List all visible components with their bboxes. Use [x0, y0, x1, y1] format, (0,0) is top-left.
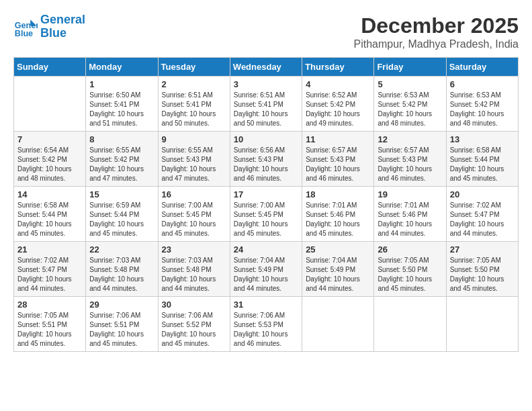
day-cell: 22Sunrise: 7:03 AMSunset: 5:48 PMDayligh… [86, 242, 158, 297]
day-cell: 20Sunrise: 7:02 AMSunset: 5:47 PMDayligh… [446, 187, 518, 242]
day-number: 9 [162, 134, 226, 144]
day-number: 23 [162, 244, 226, 255]
day-cell: 7Sunrise: 6:54 AMSunset: 5:42 PMDaylight… [14, 132, 86, 187]
day-info: Sunrise: 6:58 AMSunset: 5:44 PMDaylight:… [450, 146, 515, 183]
day-number: 14 [17, 189, 82, 199]
logo-line1: General [40, 13, 85, 27]
day-cell [446, 297, 518, 352]
day-info: Sunrise: 7:06 AMSunset: 5:53 PMDaylight:… [234, 311, 298, 349]
header-tuesday: Tuesday [158, 58, 230, 77]
day-cell: 24Sunrise: 7:04 AMSunset: 5:49 PMDayligh… [230, 242, 302, 297]
header-wednesday: Wednesday [230, 58, 302, 77]
day-cell: 19Sunrise: 7:01 AMSunset: 5:46 PMDayligh… [374, 187, 446, 242]
day-info: Sunrise: 7:03 AMSunset: 5:48 PMDaylight:… [89, 256, 154, 293]
day-number: 22 [89, 244, 154, 255]
day-number: 5 [378, 79, 442, 89]
day-number: 7 [17, 134, 82, 144]
day-number: 4 [306, 79, 370, 89]
day-number: 30 [162, 300, 226, 310]
day-cell: 2Sunrise: 6:51 AMSunset: 5:41 PMDaylight… [158, 77, 230, 132]
day-info: Sunrise: 6:59 AMSunset: 5:44 PMDaylight:… [89, 201, 154, 238]
day-cell: 29Sunrise: 7:06 AMSunset: 5:51 PMDayligh… [86, 297, 158, 352]
day-number: 29 [89, 300, 154, 310]
day-number: 11 [306, 134, 370, 144]
day-cell: 21Sunrise: 7:02 AMSunset: 5:47 PMDayligh… [14, 242, 86, 297]
day-cell: 28Sunrise: 7:05 AMSunset: 5:51 PMDayligh… [14, 297, 86, 352]
day-info: Sunrise: 7:02 AMSunset: 5:47 PMDaylight:… [450, 201, 515, 238]
day-number: 18 [306, 189, 370, 199]
day-cell: 11Sunrise: 6:57 AMSunset: 5:43 PMDayligh… [302, 132, 374, 187]
day-info: Sunrise: 7:05 AMSunset: 5:50 PMDaylight:… [378, 256, 442, 293]
day-info: Sunrise: 6:55 AMSunset: 5:43 PMDaylight:… [162, 146, 226, 183]
month-title: December 2025 [354, 13, 519, 38]
logo: General Blue General Blue [13, 13, 85, 40]
logo-line2: Blue [40, 27, 85, 40]
day-info: Sunrise: 7:06 AMSunset: 5:52 PMDaylight:… [162, 311, 226, 349]
day-info: Sunrise: 6:53 AMSunset: 5:42 PMDaylight:… [450, 91, 515, 128]
day-info: Sunrise: 7:04 AMSunset: 5:49 PMDaylight:… [306, 256, 370, 293]
day-cell: 31Sunrise: 7:06 AMSunset: 5:53 PMDayligh… [230, 297, 302, 352]
calendar-table: SundayMondayTuesdayWednesdayThursdayFrid… [13, 57, 519, 352]
week-row-3: 14Sunrise: 6:58 AMSunset: 5:44 PMDayligh… [14, 187, 519, 242]
day-cell: 17Sunrise: 7:00 AMSunset: 5:45 PMDayligh… [230, 187, 302, 242]
page-header: General Blue General Blue December 2025 … [13, 13, 519, 50]
day-info: Sunrise: 6:52 AMSunset: 5:42 PMDaylight:… [306, 91, 370, 128]
day-number: 24 [234, 244, 298, 255]
day-cell: 3Sunrise: 6:51 AMSunset: 5:41 PMDaylight… [230, 77, 302, 132]
day-number: 27 [450, 244, 515, 255]
day-info: Sunrise: 6:54 AMSunset: 5:42 PMDaylight:… [17, 146, 82, 183]
calendar-header-row: SundayMondayTuesdayWednesdayThursdayFrid… [14, 58, 519, 77]
day-info: Sunrise: 6:57 AMSunset: 5:43 PMDaylight:… [306, 146, 370, 183]
day-cell: 9Sunrise: 6:55 AMSunset: 5:43 PMDaylight… [158, 132, 230, 187]
day-cell: 8Sunrise: 6:55 AMSunset: 5:42 PMDaylight… [86, 132, 158, 187]
day-cell: 5Sunrise: 6:53 AMSunset: 5:42 PMDaylight… [374, 77, 446, 132]
day-cell: 30Sunrise: 7:06 AMSunset: 5:52 PMDayligh… [158, 297, 230, 352]
day-info: Sunrise: 7:03 AMSunset: 5:48 PMDaylight:… [162, 256, 226, 293]
day-number: 26 [378, 244, 442, 255]
calendar-body: 1Sunrise: 6:50 AMSunset: 5:41 PMDaylight… [14, 77, 519, 352]
header-sunday: Sunday [14, 58, 86, 77]
day-number: 2 [162, 79, 226, 89]
day-cell: 18Sunrise: 7:01 AMSunset: 5:46 PMDayligh… [302, 187, 374, 242]
day-info: Sunrise: 7:01 AMSunset: 5:46 PMDaylight:… [306, 201, 370, 238]
day-info: Sunrise: 6:51 AMSunset: 5:41 PMDaylight:… [162, 91, 226, 128]
day-number: 8 [89, 134, 154, 144]
day-number: 16 [162, 189, 226, 199]
day-info: Sunrise: 7:05 AMSunset: 5:51 PMDaylight:… [17, 311, 82, 349]
day-info: Sunrise: 6:51 AMSunset: 5:41 PMDaylight:… [234, 91, 298, 128]
day-info: Sunrise: 7:01 AMSunset: 5:46 PMDaylight:… [378, 201, 442, 238]
day-info: Sunrise: 7:02 AMSunset: 5:47 PMDaylight:… [17, 256, 82, 293]
day-cell: 12Sunrise: 6:57 AMSunset: 5:43 PMDayligh… [374, 132, 446, 187]
day-cell: 10Sunrise: 6:56 AMSunset: 5:43 PMDayligh… [230, 132, 302, 187]
week-row-4: 21Sunrise: 7:02 AMSunset: 5:47 PMDayligh… [14, 242, 519, 297]
day-cell: 15Sunrise: 6:59 AMSunset: 5:44 PMDayligh… [86, 187, 158, 242]
week-row-5: 28Sunrise: 7:05 AMSunset: 5:51 PMDayligh… [14, 297, 519, 352]
day-info: Sunrise: 6:53 AMSunset: 5:42 PMDaylight:… [378, 91, 442, 128]
day-number: 21 [17, 244, 82, 255]
day-cell: 4Sunrise: 6:52 AMSunset: 5:42 PMDaylight… [302, 77, 374, 132]
week-row-1: 1Sunrise: 6:50 AMSunset: 5:41 PMDaylight… [14, 77, 519, 132]
header-thursday: Thursday [302, 58, 374, 77]
day-cell [14, 77, 86, 132]
day-info: Sunrise: 6:58 AMSunset: 5:44 PMDaylight:… [17, 201, 82, 238]
day-number: 10 [234, 134, 298, 144]
day-info: Sunrise: 6:56 AMSunset: 5:43 PMDaylight:… [234, 146, 298, 183]
header-saturday: Saturday [446, 58, 518, 77]
day-number: 6 [450, 79, 515, 89]
logo-icon: General Blue [13, 15, 38, 39]
day-cell [374, 297, 446, 352]
title-block: December 2025 Pithampur, Madhya Pradesh,… [354, 13, 519, 50]
day-cell: 14Sunrise: 6:58 AMSunset: 5:44 PMDayligh… [14, 187, 86, 242]
day-cell: 1Sunrise: 6:50 AMSunset: 5:41 PMDaylight… [86, 77, 158, 132]
day-number: 25 [306, 244, 370, 255]
day-number: 28 [17, 300, 82, 310]
day-number: 17 [234, 189, 298, 199]
header-monday: Monday [86, 58, 158, 77]
day-info: Sunrise: 7:04 AMSunset: 5:49 PMDaylight:… [234, 256, 298, 293]
day-info: Sunrise: 7:06 AMSunset: 5:51 PMDaylight:… [89, 311, 154, 349]
day-info: Sunrise: 7:00 AMSunset: 5:45 PMDaylight:… [162, 201, 226, 238]
day-number: 31 [234, 300, 298, 310]
day-number: 1 [89, 79, 154, 89]
day-number: 13 [450, 134, 515, 144]
day-info: Sunrise: 6:55 AMSunset: 5:42 PMDaylight:… [89, 146, 154, 183]
